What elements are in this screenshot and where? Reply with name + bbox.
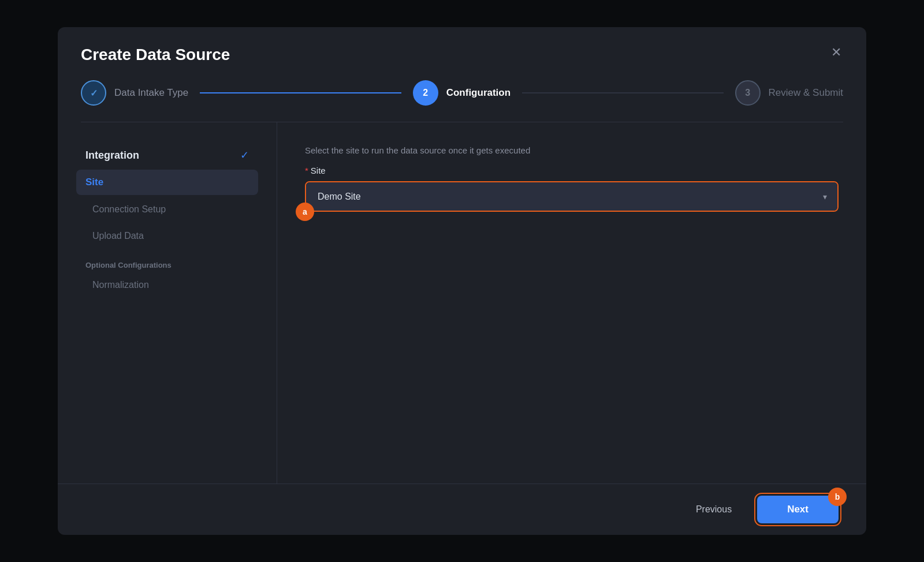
connector-2-3 xyxy=(522,92,723,93)
step-2-circle: 2 xyxy=(413,80,438,106)
sidebar-normalization-label: Normalization xyxy=(92,280,149,290)
step-1-label: Data Intake Type xyxy=(114,87,188,99)
next-button-wrapper: Next b xyxy=(757,496,839,523)
sidebar-upload-label: Upload Data xyxy=(92,231,144,241)
sidebar-optional-configs-label: Optional Configurations xyxy=(76,250,258,273)
step-3-circle: 3 xyxy=(735,80,761,106)
sidebar-connection-label: Connection Setup xyxy=(92,204,166,214)
modal-backdrop: Create Data Source ✕ ✓ Data Intake Type … xyxy=(0,0,924,562)
sidebar-site-label: Site xyxy=(85,177,103,188)
site-select-wrapper: Demo Site ▾ xyxy=(305,181,839,212)
sidebar-item-site[interactable]: Site xyxy=(76,170,258,195)
next-button[interactable]: Next xyxy=(757,496,839,523)
modal-title: Create Data Source xyxy=(81,46,843,64)
site-select[interactable]: Demo Site xyxy=(306,182,837,211)
modal-footer: Previous Next b xyxy=(58,484,866,535)
modal: Create Data Source ✕ ✓ Data Intake Type … xyxy=(58,27,866,535)
step-2: 2 Configuration xyxy=(413,80,511,106)
sidebar-integration-label: Integration xyxy=(85,149,139,162)
modal-header: Create Data Source ✕ ✓ Data Intake Type … xyxy=(58,27,866,122)
step-2-label: Configuration xyxy=(446,87,511,99)
sidebar-item-normalization[interactable]: Normalization xyxy=(76,273,258,297)
sidebar-item-connection-setup[interactable]: Connection Setup xyxy=(76,197,258,222)
step-3-label: Review & Submit xyxy=(769,87,843,99)
sidebar-integration-check: ✓ xyxy=(240,149,249,162)
field-description: Select the site to run the data source o… xyxy=(305,145,839,155)
sidebar-item-upload-data[interactable]: Upload Data xyxy=(76,224,258,248)
previous-button[interactable]: Previous xyxy=(682,497,746,522)
step-1-circle: ✓ xyxy=(81,80,106,106)
annotation-a-badge: a xyxy=(296,203,314,221)
close-button[interactable]: ✕ xyxy=(827,43,845,62)
step-3: 3 Review & Submit xyxy=(735,80,843,106)
sidebar-item-integration[interactable]: Integration ✓ xyxy=(76,143,258,167)
site-field-label: *Site xyxy=(305,166,839,175)
modal-body: Integration ✓ Site Connection Setup Uplo… xyxy=(58,122,866,484)
annotation-b-badge: b xyxy=(828,488,847,506)
sidebar: Integration ✓ Site Connection Setup Uplo… xyxy=(58,122,277,484)
main-content: Select the site to run the data source o… xyxy=(277,122,866,484)
step-1: ✓ Data Intake Type xyxy=(81,80,188,106)
stepper: ✓ Data Intake Type 2 Configuration 3 Rev… xyxy=(81,80,843,122)
required-asterisk: * xyxy=(305,166,308,175)
connector-1-2 xyxy=(200,92,401,93)
site-select-container: Demo Site ▾ a xyxy=(305,181,839,212)
